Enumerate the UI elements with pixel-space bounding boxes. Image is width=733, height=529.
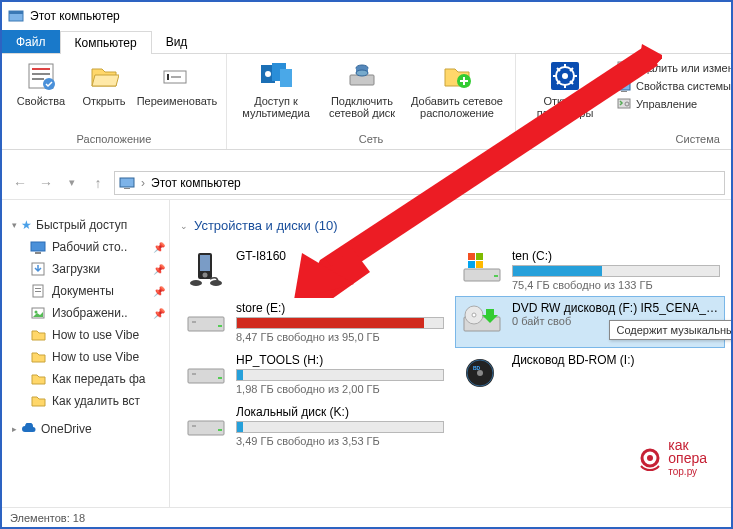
quick-access-label: Быстрый доступ (36, 218, 127, 232)
pin-icon: 📌 (153, 308, 165, 319)
sysprops-item[interactable]: Свойства системы (616, 78, 733, 94)
capacity-bar (512, 265, 720, 277)
svg-rect-25 (618, 81, 630, 90)
group-system-label: Система (524, 131, 733, 147)
svg-rect-56 (188, 369, 224, 383)
svg-rect-58 (192, 373, 196, 375)
rename-label: Переименовать (137, 95, 218, 107)
nav-recent[interactable]: ▾ (60, 171, 84, 195)
svg-point-55 (472, 313, 476, 317)
sidebar-item[interactable]: Изображени..📌 (12, 302, 165, 324)
onedrive-label: OneDrive (41, 422, 92, 436)
drive-item[interactable]: BDДисковод BD-ROM (I:) (456, 349, 724, 399)
sidebar-item[interactable]: Документы📌 (12, 280, 165, 302)
drive-name: DVD RW дисковод (F:) IR5_CENA_X64FREV_RU… (512, 301, 720, 315)
sidebar-item-label: Как удалить вст (52, 394, 140, 408)
watermark-text: как опера тор.ру (668, 439, 707, 477)
address-bar[interactable]: › Этот компьютер (114, 171, 725, 195)
add-net-icon (441, 60, 473, 92)
svg-rect-50 (188, 317, 224, 331)
open-settings-button[interactable]: Открыть параметры (524, 58, 606, 119)
drive-name: store (E:) (236, 301, 444, 315)
svg-rect-30 (124, 188, 130, 189)
open-button[interactable]: Открыть (76, 58, 132, 107)
sidebar-item-label: Изображени.. (52, 306, 128, 320)
chevron-right-icon: ▸ (12, 424, 17, 434)
sidebar-item-label: Загрузки (52, 262, 100, 276)
category-label: Устройства и диски (10) (194, 218, 338, 233)
svg-point-43 (190, 280, 202, 286)
watermark-icon (636, 444, 664, 472)
properties-icon (25, 60, 57, 92)
rename-button[interactable]: Переименовать (136, 58, 218, 107)
add-net-location-button[interactable]: Добавить сетевое расположение (407, 58, 507, 119)
drive-icon (184, 301, 228, 341)
sidebar-item[interactable]: Загрузки📌 (12, 258, 165, 280)
nav-up[interactable]: ↑ (86, 171, 110, 195)
drive-name: GT-I8160 (236, 249, 444, 263)
tab-view[interactable]: Вид (152, 30, 202, 53)
svg-rect-1 (9, 11, 23, 14)
drive-icon: BD (460, 353, 504, 393)
sidebar-item-label: Рабочий сто.. (52, 240, 127, 254)
svg-rect-31 (31, 242, 45, 251)
pin-icon: 📌 (153, 242, 165, 253)
uninstall-item[interactable]: Удалить или измени (616, 60, 733, 76)
svg-rect-46 (468, 253, 475, 260)
quick-access-header[interactable]: ▾ ★ Быстрый доступ (12, 218, 165, 232)
media-access-button[interactable]: Доступ к мультимедиа (235, 58, 317, 119)
svg-rect-45 (494, 275, 498, 277)
drive-item[interactable]: store (E:)8,47 ГБ свободно из 95,0 ГБ (180, 297, 448, 347)
sidebar-item-label: How to use Vibe (52, 350, 139, 364)
tooltip: Содержит музыкальны (609, 320, 731, 340)
drive-item[interactable]: GT-I8160 (180, 245, 448, 295)
desktop-icon (30, 239, 46, 255)
svg-rect-27 (618, 99, 630, 108)
star-icon: ★ (21, 218, 32, 232)
properties-button[interactable]: Свойства (10, 58, 72, 107)
manage-icon (616, 96, 632, 112)
watermark: как опера тор.ру (636, 439, 707, 477)
tab-computer[interactable]: Компьютер (60, 31, 152, 54)
manage-item[interactable]: Управление (616, 96, 733, 112)
cloud-icon (21, 423, 37, 435)
onedrive-header[interactable]: ▸ OneDrive (12, 422, 165, 436)
address-path: Этот компьютер (151, 176, 241, 190)
chevron-down-icon: ▾ (12, 220, 17, 230)
media-icon (260, 60, 292, 92)
sidebar-item[interactable]: Как передать фа (12, 368, 165, 390)
drive-free: 1,98 ГБ свободно из 2,00 ГБ (236, 383, 444, 395)
map-drive-icon (346, 60, 378, 92)
capacity-bar (236, 317, 444, 329)
svg-rect-48 (468, 261, 475, 268)
drive-icon (184, 249, 228, 289)
sidebar-item[interactable]: Как удалить вст (12, 390, 165, 412)
map-drive-button[interactable]: Подключить сетевой диск (321, 58, 403, 119)
drive-name: HP_TOOLS (H:) (236, 353, 444, 367)
drive-free: 3,49 ГБ свободно из 3,53 ГБ (236, 435, 444, 447)
svg-point-41 (203, 273, 208, 278)
svg-rect-4 (32, 73, 50, 75)
navbar: ← → ▾ ↑ › Этот компьютер (2, 166, 731, 200)
ribbon-group-system: Открыть параметры Удалить или измени Сво… (516, 54, 733, 149)
pin-icon: 📌 (153, 286, 165, 297)
devices-category[interactable]: ⌄ Устройства и диски (10) (180, 218, 727, 233)
svg-rect-35 (35, 288, 41, 289)
nav-back[interactable]: ← (8, 171, 32, 195)
sidebar-item[interactable]: Рабочий сто..📌 (12, 236, 165, 258)
title-bar: Этот компьютер (2, 2, 731, 30)
svg-rect-36 (35, 291, 41, 292)
chevron-down-icon: ⌄ (180, 221, 188, 231)
drive-item[interactable]: HP_TOOLS (H:)1,98 ГБ свободно из 2,00 ГБ (180, 349, 448, 399)
svg-point-17 (356, 70, 368, 76)
drive-icon (460, 249, 504, 289)
nav-forward[interactable]: → (34, 171, 58, 195)
drive-item[interactable]: ten (C:)75,4 ГБ свободно из 133 ГБ (456, 245, 724, 295)
sidebar-item[interactable]: How to use Vibe (12, 346, 165, 368)
drive-item[interactable]: Локальный диск (K:)3,49 ГБ свободно из 3… (180, 401, 448, 451)
system-small-list: Удалить или измени Свойства системы Упра… (614, 58, 733, 119)
svg-rect-9 (171, 76, 181, 78)
svg-rect-65 (192, 425, 196, 427)
tab-file[interactable]: Файл (2, 30, 60, 53)
sidebar-item[interactable]: How to use Vibe (12, 324, 165, 346)
